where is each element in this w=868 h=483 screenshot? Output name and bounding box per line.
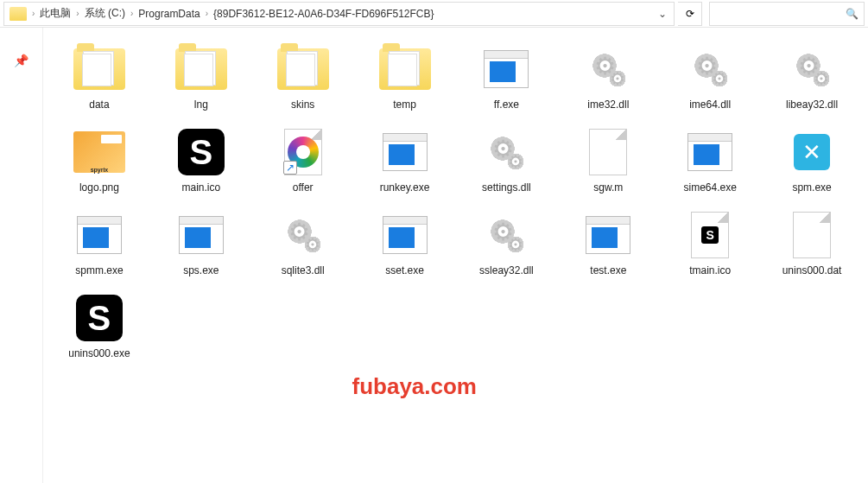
file-item[interactable]: settings.dll — [458, 124, 556, 197]
file-icon — [793, 212, 831, 258]
file-item[interactable]: data — [50, 41, 149, 114]
file-label: runkey.exe — [380, 181, 430, 194]
watermark: fubaya.com — [352, 373, 478, 400]
gear-icon — [484, 130, 529, 175]
breadcrumb-segment[interactable]: 此电脑 — [40, 6, 71, 21]
refresh-icon: ⟳ — [686, 8, 694, 20]
file-label: sgw.m — [593, 181, 623, 194]
app-s-icon: S — [76, 295, 123, 341]
file-item[interactable]: spmm.exe — [50, 207, 149, 280]
file-label: test.exe — [590, 264, 626, 276]
file-label: ff.exe — [494, 99, 519, 111]
image-thumbnail: spyrix — [73, 131, 125, 173]
chevron-right-icon[interactable]: › — [206, 9, 208, 18]
file-item[interactable]: skins — [254, 41, 352, 114]
file-label: skins — [291, 99, 314, 111]
chevron-right-icon[interactable]: › — [32, 9, 35, 18]
file-item[interactable]: test.exe — [559, 207, 657, 280]
file-item[interactable]: temp — [356, 41, 454, 114]
file-thumbnail — [174, 211, 229, 259]
file-item[interactable]: sqlite3.dll — [254, 207, 352, 280]
folder-icon — [175, 48, 227, 90]
file-item[interactable]: sps.exe — [152, 207, 250, 280]
file-item[interactable]: Sunins000.exe — [50, 290, 149, 363]
gear-icon — [687, 47, 732, 92]
breadcrumb-segment[interactable]: {89DF3612-BE12-A0A6-D34F-FD696F512FCB} — [213, 8, 434, 20]
gear-icon — [586, 47, 630, 92]
file-thumbnail — [72, 45, 127, 93]
file-label: sset.exe — [385, 264, 424, 276]
file-label: ime32.dll — [587, 99, 629, 111]
file-label: ime64.dll — [689, 99, 731, 111]
file-thumbnail: ✕ — [784, 128, 839, 176]
file-item[interactable]: ime64.dll — [661, 41, 759, 114]
file-icon — [589, 129, 627, 175]
toolbar: › 此电脑 › 系统 (C:) › ProgramData › {89DF361… — [0, 0, 868, 28]
file-thumbnail — [377, 45, 433, 93]
file-thumbnail: S — [72, 294, 127, 342]
gear-icon — [281, 213, 326, 257]
file-item[interactable]: ↗offer — [254, 124, 352, 197]
file-item[interactable]: runkey.exe — [356, 124, 454, 197]
file-label: sps.exe — [183, 264, 219, 276]
address-bar[interactable]: › 此电脑 › 系统 (C:) › ProgramData › {89DF361… — [3, 2, 675, 26]
file-icon: S — [691, 212, 729, 258]
file-thumbnail — [174, 45, 229, 93]
folder-icon — [73, 48, 125, 90]
file-label: spm.exe — [792, 181, 831, 194]
file-label: settings.dll — [482, 181, 531, 194]
file-label: tmain.ico — [689, 264, 731, 276]
breadcrumb-segment[interactable]: ProgramData — [138, 8, 200, 20]
application-icon — [687, 133, 732, 171]
file-item[interactable]: Stmain.ico — [661, 207, 759, 280]
file-thumbnail — [478, 211, 534, 259]
file-item[interactable]: ✕spm.exe — [763, 124, 861, 197]
file-thumbnail — [478, 128, 534, 176]
file-thumbnail — [682, 128, 738, 176]
application-icon — [77, 216, 122, 254]
file-item[interactable]: ime32.dll — [559, 41, 657, 114]
file-label: offer — [293, 181, 314, 194]
app-s-icon: S — [178, 129, 225, 175]
file-item[interactable]: unins000.dat — [763, 207, 861, 280]
file-thumbnail — [377, 211, 433, 259]
file-thumbnail — [276, 211, 331, 259]
file-thumbnail — [784, 45, 839, 93]
pin-icon[interactable]: 📌 — [14, 54, 29, 483]
file-label: sqlite3.dll — [282, 264, 325, 276]
file-grid: fubaya.com datalngskinstempff.exeime32.d… — [43, 28, 868, 483]
application-icon — [484, 50, 529, 88]
file-item[interactable]: sset.exe — [356, 207, 454, 280]
search-input[interactable] — [715, 8, 846, 20]
file-label: logo.png — [79, 181, 119, 194]
refresh-button[interactable]: ⟳ — [678, 2, 702, 26]
application-icon — [383, 133, 428, 171]
shortcut-icon: ↗ — [284, 129, 322, 175]
search-box[interactable]: 🔍 — [709, 2, 865, 26]
file-item[interactable]: lng — [152, 41, 250, 114]
file-thumbnail — [580, 211, 636, 259]
search-icon[interactable]: 🔍 — [846, 8, 858, 20]
file-thumbnail — [72, 211, 127, 259]
chevron-right-icon[interactable]: › — [130, 9, 133, 18]
file-item[interactable]: spyrixlogo.png — [50, 124, 149, 197]
application-icon — [586, 216, 630, 254]
tool-icon: ✕ — [794, 134, 830, 170]
file-item[interactable]: ssleay32.dll — [458, 207, 556, 280]
sidebar: 📌 — [0, 28, 43, 483]
file-item[interactable]: Smain.ico — [152, 124, 250, 197]
application-icon — [383, 216, 428, 254]
chevron-down-icon[interactable]: ⌄ — [651, 8, 674, 20]
file-label: temp — [393, 99, 416, 111]
folder-icon — [379, 48, 431, 90]
file-item[interactable]: sgw.m — [559, 124, 657, 197]
chevron-right-icon[interactable]: › — [76, 9, 79, 18]
file-thumbnail — [784, 211, 839, 259]
file-item[interactable]: libeay32.dll — [763, 41, 861, 114]
file-label: main.ico — [181, 181, 220, 194]
file-item[interactable]: ff.exe — [458, 41, 556, 114]
breadcrumb-segment[interactable]: 系统 (C:) — [85, 6, 125, 21]
file-item[interactable]: sime64.exe — [661, 124, 759, 197]
gear-icon — [789, 47, 834, 92]
file-label: libeay32.dll — [786, 99, 838, 111]
